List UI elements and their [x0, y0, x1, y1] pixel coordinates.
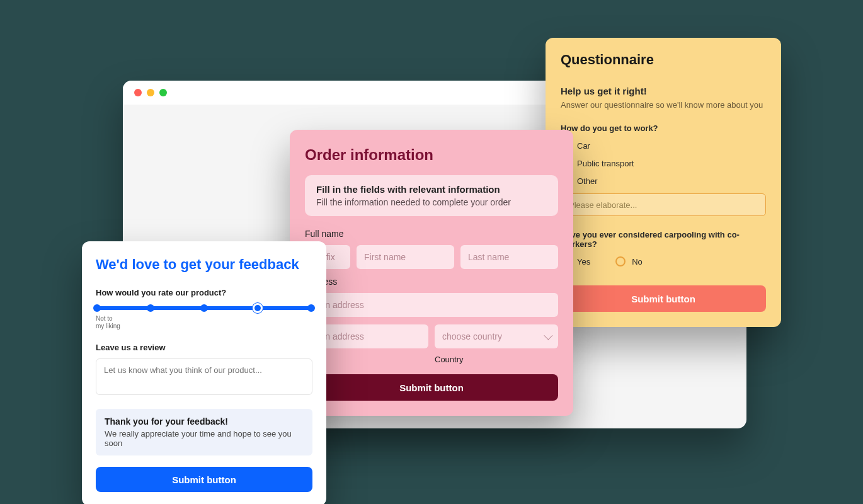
q1-option-label: Other — [577, 176, 598, 186]
feedback-card: We'd love to get your feedback How would… — [82, 241, 326, 504]
q2-option-label: Yes — [577, 257, 590, 266]
window-close-dot[interactable] — [134, 89, 142, 96]
q1-option-car[interactable]: Car — [561, 140, 766, 151]
slider-tick — [307, 304, 315, 312]
q1-option-label: Public transport — [577, 159, 634, 168]
review-label: Leave us a review — [96, 343, 312, 352]
q1-option-public-transport[interactable]: Public transport — [561, 158, 766, 168]
address-label: Address — [305, 277, 558, 287]
feedback-submit-button[interactable]: Submit button — [96, 467, 312, 492]
questionnaire-card: Questionnaire Help us get it right! Answ… — [546, 38, 781, 327]
chevron-down-icon — [544, 331, 552, 340]
questionnaire-subtext: Answer our questionnaire so we'll know m… — [561, 100, 766, 110]
questionnaire-subhead: Help us get it right! — [561, 86, 766, 96]
thankyou-box: Thank you for your feedback! We really a… — [96, 409, 312, 455]
q1-option-label: Car — [577, 141, 590, 151]
country-select-placeholder: choose country — [442, 331, 502, 341]
slider-tick — [147, 304, 154, 312]
country-select[interactable]: choose country — [435, 324, 558, 348]
window-zoom-dot[interactable] — [159, 89, 167, 96]
questionnaire-q1-label: How do you get to work? — [561, 123, 766, 133]
rating-slider[interactable] — [97, 306, 311, 310]
questionnaire-title: Questionnaire — [561, 52, 766, 68]
last-name-input[interactable] — [460, 245, 558, 269]
feedback-title: We'd love to get your feedback — [96, 256, 312, 273]
q2-option-no[interactable]: No — [615, 256, 643, 266]
order-info-title: Fill in the fields with relevant informa… — [316, 184, 547, 195]
thankyou-sub: We really appreciate your time and hope … — [105, 429, 304, 448]
thankyou-title: Thank you for your feedback! — [105, 416, 304, 427]
slider-tick — [93, 304, 101, 312]
order-info-box: Fill in the fields with relevant informa… — [305, 175, 558, 216]
slider-tick — [200, 304, 208, 312]
fullname-label: Full name — [305, 229, 558, 239]
country-label: Country — [435, 355, 558, 364]
feedback-q1-label: How would you rate our product? — [96, 288, 312, 297]
elaborate-input[interactable] — [561, 193, 766, 216]
slider-thumb[interactable] — [253, 303, 263, 313]
window-minimize-dot[interactable] — [147, 89, 154, 96]
questionnaire-q2-label: Have you ever considered carpooling with… — [561, 230, 766, 249]
radio-icon — [615, 256, 626, 266]
slider-min-label: Not to my liking — [96, 315, 312, 330]
order-submit-button[interactable]: Submit button — [305, 374, 558, 401]
q1-option-other[interactable]: Other — [561, 176, 766, 186]
questionnaire-submit-button[interactable]: Submit button — [561, 285, 766, 312]
order-info-sub: Fill the information needed to complete … — [316, 197, 547, 207]
review-textarea[interactable] — [96, 358, 312, 395]
order-title: Order information — [305, 146, 558, 164]
first-name-input[interactable] — [357, 245, 454, 269]
q2-option-label: No — [632, 257, 643, 266]
order-card: Order information Fill in the fields wit… — [290, 130, 573, 416]
address-line1-input[interactable] — [305, 293, 558, 317]
